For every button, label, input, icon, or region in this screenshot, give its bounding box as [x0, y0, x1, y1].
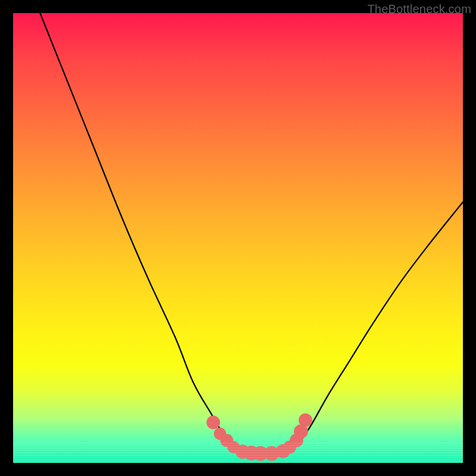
- bottleneck-curve-svg: [13, 13, 463, 463]
- attribution-watermark: TheBottleneck.com: [367, 2, 471, 16]
- curve-markers: [206, 414, 312, 461]
- chart-plot-area: [13, 13, 463, 463]
- curve-left: [40, 13, 274, 454]
- curve-marker: [206, 416, 220, 430]
- curve-marker: [299, 414, 312, 427]
